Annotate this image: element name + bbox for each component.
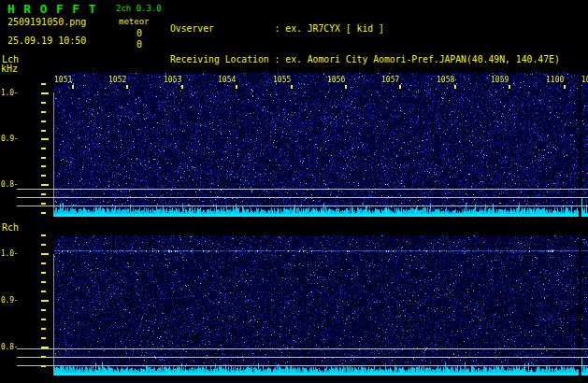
output-filename: 2509191050.png — [7, 17, 86, 27]
mode-label: meteor — [119, 17, 150, 26]
time-tick — [126, 85, 128, 89]
lch-axis-line — [53, 92, 54, 217]
freq-minor-tick — [41, 337, 46, 339]
time-label: 1057 — [381, 76, 399, 84]
time-label: 1100 — [546, 76, 564, 84]
freq-minor-tick — [41, 148, 46, 149]
freq-minor-tick — [41, 272, 46, 274]
freq-minor-tick — [41, 102, 46, 104]
freq-major-tick — [41, 138, 49, 140]
time-label: 1055 — [273, 76, 291, 84]
rch-meteor-count: 0 — [136, 39, 142, 50]
time-tick — [236, 85, 237, 89]
receiving-location-line: Receiving Location : ex. Aomori City Aom… — [170, 54, 587, 64]
time-tick — [72, 85, 74, 89]
time-tick — [454, 85, 456, 89]
khz-unit-label: kHz — [1, 64, 18, 74]
freq-label: 0.9- — [1, 296, 18, 305]
freq-minor-tick — [41, 328, 46, 330]
observer-line: Ovserver : ex. JR7CYX [ kid ] — [170, 23, 587, 34]
freq-minor-tick — [41, 365, 46, 367]
time-tick — [345, 85, 347, 89]
lch-spectrogram-canvas — [54, 73, 588, 217]
freq-major-tick — [41, 253, 49, 255]
rch-spectrogram-canvas — [54, 235, 588, 376]
freq-minor-tick — [41, 262, 46, 264]
freq-label: 1.0- — [1, 249, 18, 258]
freq-minor-tick — [41, 234, 46, 236]
time-label: 1054 — [218, 76, 236, 84]
rch-baseline-1 — [17, 348, 588, 349]
freq-minor-tick — [41, 356, 46, 358]
freq-label: 0.8- — [1, 343, 18, 351]
freq-minor-tick — [41, 244, 46, 246]
freq-minor-tick — [41, 83, 46, 85]
freq-minor-tick — [41, 281, 46, 283]
app-title: HROFFT — [7, 2, 105, 16]
time-label: 1056 — [327, 76, 345, 84]
time-label: 1059 — [491, 76, 509, 84]
freq-minor-tick — [41, 309, 46, 311]
timestamp: 25.09.19 10:50 — [7, 35, 86, 46]
lch-baseline-1 — [17, 189, 588, 190]
time-tick — [399, 85, 401, 89]
app-version: 2ch 0.3.0 — [116, 4, 162, 13]
freq-minor-tick — [41, 193, 46, 195]
time-tick — [181, 85, 183, 89]
time-label: 1052 — [108, 76, 126, 84]
freq-minor-tick — [41, 165, 46, 167]
freq-minor-tick — [41, 130, 46, 132]
freq-minor-tick — [41, 121, 46, 122]
freq-minor-tick — [41, 319, 46, 320]
lch-baseline-2 — [17, 197, 588, 198]
lch-meteor-count: 0 — [136, 28, 142, 38]
freq-label: 1.0- — [1, 89, 18, 97]
freq-major-tick — [41, 184, 49, 186]
freq-minor-tick — [41, 212, 46, 214]
freq-minor-tick — [41, 157, 46, 159]
hrofft-window: HROFFT 2ch 0.3.0 meteor 2509191050.png 0… — [0, 0, 588, 383]
freq-minor-tick — [41, 203, 46, 205]
rch-label: Rch — [2, 222, 19, 233]
freq-minor-tick — [41, 175, 46, 177]
freq-label: 0.8- — [1, 180, 18, 189]
freq-major-tick — [41, 92, 49, 94]
time-tick — [291, 85, 293, 89]
time-label: 1058 — [437, 76, 454, 84]
freq-label: 0.9- — [1, 135, 18, 143]
rch-baseline-3 — [17, 365, 588, 366]
time-label: 1051 — [54, 76, 72, 84]
time-tick — [509, 85, 510, 89]
freq-minor-tick — [41, 111, 46, 113]
time-tick — [564, 85, 566, 89]
lch-baseline-3 — [17, 206, 588, 206]
freq-minor-tick — [41, 291, 46, 292]
freq-major-tick — [41, 300, 49, 302]
rch-baseline-2 — [17, 357, 588, 358]
freq-major-tick — [41, 347, 49, 348]
time-label: 1053 — [164, 76, 181, 84]
time-label-partial: 10 — [581, 76, 588, 84]
